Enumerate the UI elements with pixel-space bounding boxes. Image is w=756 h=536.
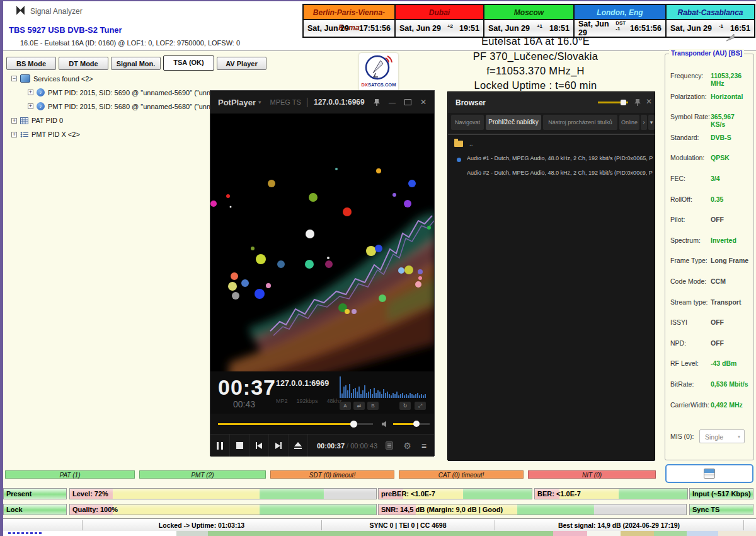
tab-tsa[interactable]: TSA (OK)	[163, 55, 214, 71]
loop-icon[interactable]: ↻	[399, 402, 411, 410]
previous-button[interactable]	[249, 434, 269, 457]
annotation-frequency: f=11053.370 MHz_H	[391, 65, 680, 77]
seek-handle[interactable]	[350, 421, 357, 428]
transponder-row: Frame Type:Long Frame	[670, 257, 750, 264]
tab-dt-mode[interactable]: DT Mode	[59, 57, 108, 70]
annotation-satellite: Eutelsat 16A at 16.0°E	[391, 35, 680, 47]
clock-time: 19:51	[459, 24, 479, 33]
audio-service-icon: ♪	[37, 88, 45, 96]
tab-av-player[interactable]: AV Player	[217, 57, 266, 70]
browser-titlebar[interactable]: Browser ✕	[448, 92, 655, 113]
potplayer-titlebar[interactable]: PotPlayer ▾ MPEG TS | 127.0.0.1:6969 — ✕	[210, 91, 434, 114]
dxsatcs-logo: DXSATCS.COM	[359, 53, 398, 93]
tree-item-pat[interactable]: + PAT PID 0	[11, 117, 63, 124]
list-item-audio2[interactable]: Audio #2 - Dutch, MPEG Audio, 48.0 kHz, …	[467, 170, 653, 176]
quality-bar: Quality: 100%	[69, 504, 377, 515]
player-info-panel: 00:37 00:43 127.0.0.1:6969 MP2 192kbps 4…	[210, 371, 434, 414]
pause-button[interactable]	[210, 434, 230, 457]
tree-item-label: PMT PID X <2>	[32, 131, 80, 138]
list-icon	[20, 131, 28, 138]
elapsed-time: 00:37	[218, 375, 276, 400]
seek-bar[interactable]	[218, 423, 373, 425]
expand-icon[interactable]: +	[11, 118, 17, 124]
tab-dropdown-icon[interactable]: ▾	[648, 115, 655, 130]
next-button[interactable]	[269, 434, 289, 457]
video-area[interactable]	[210, 114, 434, 371]
expand-icon[interactable]: +	[28, 90, 33, 95]
eject-button[interactable]	[289, 434, 308, 457]
tab-online[interactable]: Online	[619, 115, 639, 130]
audio-service-icon: ♪	[37, 102, 45, 110]
duration: 00:00:43	[350, 442, 377, 450]
status-uptime: Locked -> Uptime: 01:03:13	[82, 519, 321, 532]
input-rate-indicator: Input (~517 Kbps)	[689, 488, 753, 499]
settings-gear-icon[interactable]: ⚙	[403, 441, 411, 451]
minimize-icon[interactable]: —	[389, 98, 396, 106]
fullscreen-icon[interactable]: ⤢	[415, 402, 426, 410]
tab-navigate[interactable]: Navigovat	[451, 115, 484, 130]
clipped-window-strip	[553, 531, 587, 536]
level-bar: Level: 72%	[69, 488, 377, 499]
clock-rabat: Rabat-Casablanca Sat, Jun 29-116:51	[667, 5, 755, 37]
potplayer-menu[interactable]: PotPlayer	[218, 98, 256, 107]
opacity-slider-handle[interactable]	[621, 100, 626, 105]
collapse-icon[interactable]: −	[11, 76, 17, 81]
lock-indicator: Lock	[3, 504, 67, 515]
ber-bar: BER: <1.0E-7	[534, 488, 688, 499]
transponder-row: Modulation:QPSK	[670, 154, 750, 161]
volume-bar[interactable]	[393, 423, 430, 425]
volume-icon[interactable]	[382, 421, 389, 428]
close-icon[interactable]: ✕	[646, 97, 652, 106]
seek-row	[210, 414, 434, 434]
tab-signal-mon[interactable]: Signal Mon.	[111, 57, 161, 70]
cursor-icon	[726, 33, 737, 42]
maximize-icon[interactable]	[404, 99, 411, 105]
repeat-b-button[interactable]: B	[367, 402, 379, 410]
tab-subtitle-browser[interactable]: Nástroj procházení titulků	[543, 115, 617, 130]
clock-date: Sat, Jun 29	[399, 24, 441, 33]
tab-menu-browser[interactable]: Prohlížeč nabídky	[486, 115, 541, 130]
clock-time: 16:51:56	[630, 24, 662, 33]
bitrate: 192kbps	[297, 398, 318, 404]
clock-date: Sat, Jun 29	[488, 24, 530, 33]
clock-time: 16:51	[730, 24, 750, 33]
list-item-audio1[interactable]: Audio #1 - Dutch, MPEG Audio, 48.0 kHz, …	[467, 155, 653, 161]
record-device-button[interactable]	[665, 464, 753, 483]
time-display: 00:00:37 / 00:00:43	[317, 442, 377, 450]
menu-icon[interactable]: ≡	[421, 441, 427, 451]
opacity-slider[interactable]	[598, 102, 628, 103]
clipped-window-strip	[654, 531, 687, 536]
clock-offset: -1	[719, 23, 723, 29]
browser-window: Browser ✕ Navigovat Prohlížeč nabídky Ná…	[447, 91, 655, 460]
signal-analyzer-window: Signal Analyzer TBS 5927 USB DVB-S2 Tune…	[0, 0, 756, 536]
psi-bar-cat: CAT (0) timeout!	[399, 470, 524, 479]
stream-type: MPEG TS	[270, 98, 301, 106]
repeat-a-button[interactable]: A	[340, 402, 351, 410]
tree-item-label: PAT PID 0	[32, 117, 63, 124]
mis-value: Single	[705, 433, 723, 441]
mis-select[interactable]: Single ▾	[699, 429, 745, 443]
clipped-window-strip	[208, 531, 553, 536]
tree-item-services[interactable]: − Services found <2>	[11, 74, 93, 83]
transponder-row: CarrierWidth:0,492 MHz	[670, 401, 750, 409]
transponder-row: BitRate:0,536 Mbit/s	[670, 380, 750, 388]
playing-indicator-icon	[457, 158, 461, 162]
transponder-panel: Transponder (AU) [BS] Frequency:11053,23…	[665, 54, 754, 460]
volume-handle[interactable]	[413, 421, 420, 427]
pin-icon[interactable]	[374, 98, 380, 107]
snr-bar: SNR: 14,5 dB (Margin: 9,0 dB | Good)	[378, 504, 687, 515]
expand-icon[interactable]: +	[28, 103, 33, 109]
expand-icon[interactable]: +	[11, 132, 17, 137]
pin-icon[interactable]	[634, 98, 641, 107]
close-icon[interactable]: ✕	[420, 98, 427, 107]
tab-scroll-right-icon[interactable]: ›	[641, 115, 647, 130]
list-item-up[interactable]: ..	[454, 140, 473, 147]
tab-bs-mode[interactable]: BS Mode	[6, 57, 56, 70]
device-icon	[704, 469, 715, 479]
clipped-window-strip	[687, 531, 718, 536]
stop-button[interactable]	[230, 434, 249, 457]
psi-bar-sdt: SDT (0) timeout!	[270, 470, 394, 479]
playlist-icon[interactable]	[386, 441, 393, 450]
swap-icon[interactable]: ⇄	[353, 402, 365, 410]
tree-item-pmt-x[interactable]: + PMT PID X <2>	[11, 131, 80, 138]
